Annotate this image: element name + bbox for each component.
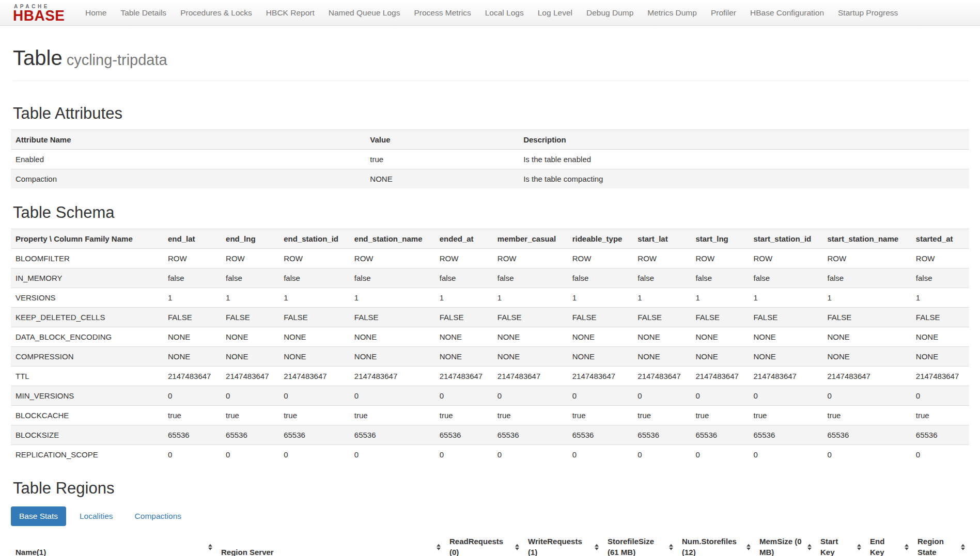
regions-tabs: Base StatsLocalitiesCompactions: [11, 506, 969, 526]
nav-item: Startup Progress: [831, 0, 905, 25]
regions-column-header-num-storefiles[interactable]: Num.Storefiles (12): [677, 531, 755, 556]
schema-value-cell: 65536: [911, 425, 969, 445]
schema-value-cell: 2147483647: [911, 367, 969, 386]
attributes-heading: Table Attributes: [13, 105, 969, 122]
schema-value-cell: 2147483647: [749, 367, 823, 386]
sort-desc-arrow-icon: [746, 548, 751, 550]
schema-value-cell: 0: [823, 445, 911, 465]
schema-value-cell: ROW: [568, 249, 633, 268]
regions-column-header-region-state[interactable]: Region State: [913, 531, 969, 556]
nav-link-profiler[interactable]: Profiler: [704, 0, 743, 25]
sort-asc-arrow-icon: [857, 544, 861, 546]
regions-column-header-name[interactable]: Name(1): [11, 531, 216, 556]
schema-value-cell: true: [691, 406, 749, 425]
schema-value-cell: 0: [221, 445, 279, 465]
schema-value-cell: true: [493, 406, 568, 425]
nav-link-startup-progress[interactable]: Startup Progress: [831, 0, 905, 25]
schema-value-cell: false: [911, 268, 969, 288]
schema-value-cell: 0: [633, 445, 691, 465]
nav-link-local-logs[interactable]: Local Logs: [478, 0, 531, 25]
regions-tab-localities[interactable]: Localities: [71, 506, 121, 526]
sort-icon: [807, 544, 812, 550]
schema-property-cell: BLOOMFILTER: [11, 249, 163, 268]
regions-column-header-write-requests[interactable]: WriteRequests (1): [523, 531, 603, 556]
schema-property-cell: DATA_BLOCK_ENCODING: [11, 327, 163, 347]
schema-value-cell: ROW: [749, 249, 823, 268]
schema-value-cell: true: [435, 406, 493, 425]
schema-value-cell: ROW: [163, 249, 221, 268]
nav-link-debug-dump[interactable]: Debug Dump: [579, 0, 640, 25]
hbase-logo[interactable]: APACHE HBASE: [13, 4, 65, 23]
sort-desc-arrow-icon: [515, 548, 519, 550]
nav-link-table-details[interactable]: Table Details: [114, 0, 174, 25]
regions-column-header-start-key[interactable]: Start Key: [816, 531, 865, 556]
nav-item: Local Logs: [478, 0, 531, 25]
schema-family-header: ended_at: [435, 229, 493, 249]
schema-family-header: end_lng: [221, 229, 279, 249]
sort-desc-arrow-icon: [595, 548, 599, 550]
nav-link-hbase-configuration[interactable]: HBase Configuration: [743, 0, 831, 25]
regions-column-header-read-requests[interactable]: ReadRequests (0): [445, 531, 523, 556]
nav-link-hbck-report[interactable]: HBCK Report: [259, 0, 321, 25]
nav-link-procedures-locks[interactable]: Procedures & Locks: [174, 0, 259, 25]
regions-column-header-end-key[interactable]: End Key: [865, 531, 913, 556]
sort-asc-arrow-icon: [746, 544, 751, 546]
schema-row: BLOCKCACHEtruetruetruetruetruetruetruetr…: [11, 406, 969, 425]
schema-value-cell: NONE: [435, 347, 493, 367]
schema-value-cell: 0: [435, 445, 493, 465]
schema-value-cell: ROW: [633, 249, 691, 268]
regions-column-header-region-server[interactable]: Region Server: [216, 531, 445, 556]
regions-column-label: StorefileSize (61 MB): [608, 537, 654, 556]
regions-column-label: Name(1): [15, 548, 46, 556]
schema-row: VERSIONS111111111111: [11, 288, 969, 308]
attr-column-header: Description: [519, 130, 969, 150]
schema-value-cell: 65536: [633, 425, 691, 445]
sort-desc-arrow-icon: [857, 548, 861, 550]
sort-asc-arrow-icon: [669, 544, 673, 546]
nav-link-named-queue-logs[interactable]: Named Queue Logs: [321, 0, 407, 25]
nav-item: HBase Configuration: [743, 0, 831, 25]
schema-property-cell: BLOCKCACHE: [11, 406, 163, 425]
schema-value-cell: ROW: [435, 249, 493, 268]
schema-heading: Table Schema: [13, 204, 969, 221]
schema-value-cell: 0: [279, 445, 350, 465]
attr-column-header: Attribute Name: [11, 130, 365, 150]
schema-value-cell: ROW: [221, 249, 279, 268]
page-content: Tablecycling-tripdata Table Attributes A…: [0, 47, 980, 556]
schema-value-cell: false: [221, 268, 279, 288]
schema-value-cell: FALSE: [633, 308, 691, 327]
sort-icon: [961, 544, 965, 550]
schema-value-cell: 0: [163, 445, 221, 465]
schema-value-cell: 1: [823, 288, 911, 308]
schema-property-cell: TTL: [11, 367, 163, 386]
sort-asc-arrow-icon: [807, 544, 812, 546]
nav-link-metrics-dump[interactable]: Metrics Dump: [641, 0, 704, 25]
schema-property-cell: MIN_VERSIONS: [11, 386, 163, 406]
schema-row: MIN_VERSIONS000000000000: [11, 386, 969, 406]
schema-value-cell: FALSE: [493, 308, 568, 327]
schema-value-cell: NONE: [633, 327, 691, 347]
schema-family-header: end_lat: [163, 229, 221, 249]
regions-tab-base-stats[interactable]: Base Stats: [11, 506, 66, 526]
schema-value-cell: 1: [163, 288, 221, 308]
nav-item: Process Metrics: [407, 0, 478, 25]
schema-value-cell: false: [435, 268, 493, 288]
schema-value-cell: 0: [493, 386, 568, 406]
schema-value-cell: FALSE: [568, 308, 633, 327]
schema-value-cell: 1: [749, 288, 823, 308]
regions-column-label: End Key: [870, 537, 884, 556]
nav-link-process-metrics[interactable]: Process Metrics: [407, 0, 478, 25]
nav-link-home[interactable]: Home: [79, 0, 114, 25]
schema-value-cell: 2147483647: [493, 367, 568, 386]
regions-column-header-mem-size[interactable]: MemSize (0 MB): [755, 531, 816, 556]
page-title-text: Table: [13, 46, 63, 69]
regions-column-header-storefile-size[interactable]: StorefileSize (61 MB): [603, 531, 677, 556]
regions-tab-compactions[interactable]: Compactions: [127, 506, 190, 526]
attribute-row: EnabledtrueIs the table enabled: [11, 150, 969, 169]
nav-link-log-level[interactable]: Log Level: [531, 0, 579, 25]
regions-column-label: Region Server: [221, 548, 274, 556]
schema-value-cell: 0: [691, 386, 749, 406]
sort-asc-arrow-icon: [905, 544, 909, 546]
sort-asc-arrow-icon: [961, 544, 965, 546]
sort-asc-arrow-icon: [437, 544, 441, 546]
